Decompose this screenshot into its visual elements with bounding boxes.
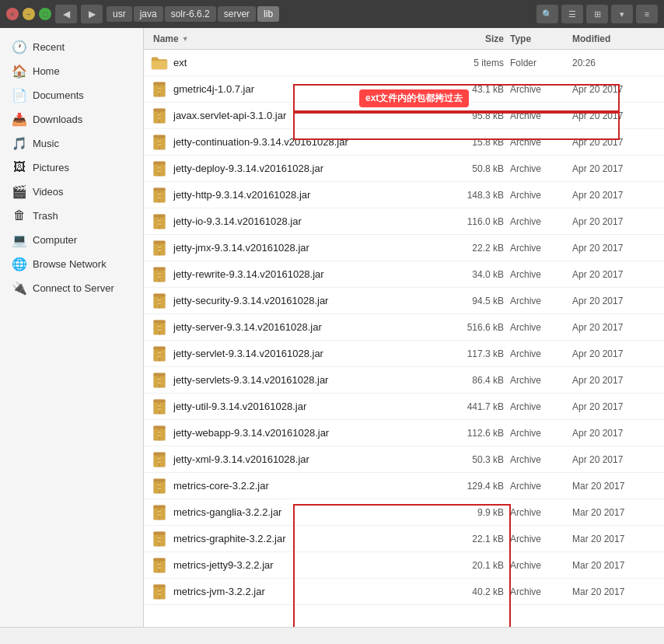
- table-row[interactable]: jetty-xml-9.3.14.v20161028.jar50.3 kBArc…: [144, 446, 664, 473]
- col-size-header[interactable]: Size: [440, 33, 510, 44]
- svg-rect-79: [157, 487, 162, 489]
- sidebar-item-downloads[interactable]: 📥 Downloads: [3, 107, 140, 131]
- minimize-button[interactable]: −: [23, 8, 35, 20]
- table-row[interactable]: metrics-graphite-3.2.2.jar22.1 kBArchive…: [144, 526, 664, 552]
- sidebar-item-documents[interactable]: 📄 Documents: [3, 83, 140, 107]
- file-type: Archive: [510, 137, 572, 148]
- svg-rect-8: [157, 114, 162, 116]
- table-row[interactable]: jetty-servlets-9.3.14.v20161028.jar86.4 …: [144, 367, 664, 394]
- file-size: 22.1 kB: [440, 534, 510, 544]
- grid-view-button[interactable]: ⊞: [586, 5, 608, 23]
- svg-rect-9: [157, 117, 162, 119]
- svg-rect-94: [157, 566, 162, 569]
- col-modified-header[interactable]: Modified: [572, 33, 658, 44]
- sidebar-label-server: Connect to Server: [33, 282, 114, 294]
- svg-rect-86: [154, 531, 166, 534]
- svg-rect-64: [157, 408, 162, 410]
- music-icon: 🎵: [12, 136, 26, 150]
- table-row[interactable]: jetty-http-9.3.14.v20161028.jar148.3 kBA…: [144, 182, 664, 208]
- sidebar-label-documents: Documents: [33, 89, 84, 101]
- table-row[interactable]: gmetric4j-1.0.7.jar43.1 kBArchiveApr 20 …: [144, 76, 664, 103]
- table-row[interactable]: jetty-deploy-9.3.14.v20161028.jar50.8 kB…: [144, 156, 664, 182]
- file-modified: Apr 20 2017: [572, 375, 658, 386]
- table-row[interactable]: ext5 itemsFolder20:26: [144, 50, 664, 76]
- sidebar-item-computer[interactable]: 💻 Computer: [3, 228, 140, 251]
- col-name-header[interactable]: Name ▼: [150, 33, 440, 44]
- table-row[interactable]: jetty-server-9.3.14.v20161028.jar516.6 k…: [144, 314, 664, 341]
- sidebar-item-pictures[interactable]: 🖼 Pictures: [3, 156, 140, 179]
- sidebar-item-trash[interactable]: 🗑 Trash: [3, 204, 140, 227]
- breadcrumb-solr[interactable]: solr-6.6.2: [165, 6, 216, 22]
- view-menu-button[interactable]: ▾: [611, 5, 633, 23]
- file-type: Archive: [510, 428, 572, 439]
- archive-icon: [150, 80, 169, 99]
- column-headers: Name ▼ Size Type Modified: [144, 28, 664, 50]
- archive-icon: [150, 424, 169, 443]
- file-type: Archive: [510, 84, 572, 95]
- table-row[interactable]: jetty-webapp-9.3.14.v20161028.jar112.6 k…: [144, 420, 664, 446]
- sidebar-item-music[interactable]: 🎵 Music: [3, 131, 140, 155]
- table-row[interactable]: jetty-continuation-9.3.14.v20161028.jar1…: [144, 129, 664, 156]
- breadcrumb-java[interactable]: java: [134, 6, 163, 22]
- forward-button[interactable]: ▶: [81, 5, 103, 23]
- file-name: javax.servlet-api-3.1.0.jar: [173, 110, 440, 121]
- breadcrumb-lib[interactable]: lib: [257, 6, 279, 22]
- sidebar-item-network[interactable]: 🌐 Browse Network: [3, 252, 140, 275]
- breadcrumb-server[interactable]: server: [218, 6, 256, 22]
- table-row[interactable]: metrics-jvm-3.2.2.jar40.2 kBArchiveMar 2…: [144, 579, 664, 605]
- svg-rect-54: [157, 355, 162, 357]
- table-row[interactable]: jetty-io-9.3.14.v20161028.jar116.0 kBArc…: [144, 208, 664, 235]
- file-size: 86.4 kB: [440, 375, 510, 386]
- table-row[interactable]: javax.servlet-api-3.1.0.jar95.8 kBArchiv…: [144, 103, 664, 129]
- breadcrumb-usr[interactable]: usr: [107, 6, 132, 22]
- file-type: Archive: [510, 401, 572, 412]
- table-row[interactable]: metrics-jetty9-3.2.2.jar20.1 kBArchiveMa…: [144, 552, 664, 579]
- file-name: jetty-rewrite-9.3.14.v20161028.jar: [173, 268, 440, 280]
- file-name: jetty-util-9.3.14.v20161028.jar: [173, 401, 440, 412]
- trash-icon: 🗑: [12, 208, 26, 222]
- computer-icon: 💻: [12, 233, 26, 247]
- file-type: Archive: [510, 243, 572, 254]
- table-row[interactable]: metrics-core-3.2.2.jar129.4 kBArchiveMar…: [144, 473, 664, 499]
- file-type: Archive: [510, 375, 572, 386]
- file-type: Archive: [510, 348, 572, 359]
- archive-icon: [150, 503, 169, 522]
- svg-rect-83: [157, 510, 162, 513]
- sidebar-item-home[interactable]: 🏠 Home: [3, 59, 140, 82]
- table-row[interactable]: metrics-ganglia-3.2.2.jar9.9 kBArchiveMa…: [144, 499, 664, 526]
- table-row[interactable]: jetty-rewrite-9.3.14.v20161028.jar34.0 k…: [144, 261, 664, 288]
- svg-rect-68: [157, 431, 162, 433]
- back-button[interactable]: ◀: [55, 5, 77, 23]
- file-name: ext: [173, 57, 440, 68]
- file-modified: Apr 20 2017: [572, 84, 658, 95]
- extra-menu-button[interactable]: ≡: [636, 5, 658, 23]
- sidebar-item-videos[interactable]: 🎬 Videos: [3, 180, 140, 203]
- close-button[interactable]: ×: [6, 8, 19, 20]
- sidebar-item-recent[interactable]: 🕐 Recent: [3, 35, 140, 58]
- maximize-button[interactable]: □: [39, 8, 51, 20]
- file-name: jetty-xml-9.3.14.v20161028.jar: [173, 453, 440, 465]
- file-list: ext5 itemsFolder20:26 gmetric4j-1.0.7.ja…: [144, 50, 664, 627]
- svg-rect-18: [157, 166, 162, 169]
- file-type: Archive: [510, 454, 572, 465]
- table-row[interactable]: jetty-jmx-9.3.14.v20161028.jar22.2 kBArc…: [144, 235, 664, 261]
- table-row[interactable]: jetty-servlet-9.3.14.v20161028.jar117.3 …: [144, 341, 664, 367]
- list-view-button[interactable]: ☰: [561, 5, 583, 23]
- svg-rect-63: [157, 404, 162, 407]
- table-row[interactable]: jetty-security-9.3.14.v20161028.jar94.5 …: [144, 288, 664, 314]
- sidebar: 🕐 Recent 🏠 Home 📄 Documents 📥 Downloads …: [0, 28, 144, 627]
- table-row[interactable]: jetty-util-9.3.14.v20161028.jar441.7 kBA…: [144, 394, 664, 420]
- svg-rect-89: [157, 540, 162, 542]
- folder-icon: [150, 54, 169, 72]
- file-size: 43.1 kB: [440, 84, 510, 95]
- file-type: Archive: [510, 269, 572, 280]
- file-size: 50.3 kB: [440, 454, 510, 465]
- svg-rect-51: [154, 346, 166, 349]
- search-button[interactable]: 🔍: [536, 5, 558, 23]
- server-icon: 🔌: [12, 281, 26, 295]
- svg-rect-93: [157, 563, 162, 565]
- svg-rect-73: [157, 457, 162, 460]
- sidebar-item-server[interactable]: 🔌 Connect to Server: [3, 276, 140, 299]
- file-modified: Apr 20 2017: [572, 163, 658, 174]
- col-type-header[interactable]: Type: [510, 33, 572, 44]
